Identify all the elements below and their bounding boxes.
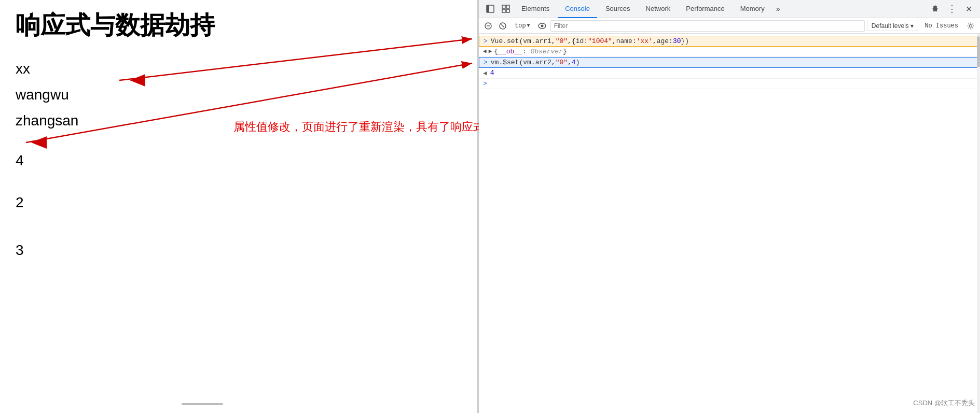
list-item-1: xx bbox=[16, 56, 462, 82]
svg-point-17 bbox=[541, 24, 543, 27]
bottom-resize-bar bbox=[182, 403, 223, 405]
console-code-1: Vue.set(vm.arr1,"0",{id:"1004",name:'xx'… bbox=[491, 37, 689, 45]
tab-more-icon[interactable]: » bbox=[773, 3, 783, 15]
tab-console[interactable]: Console bbox=[558, 0, 597, 18]
console-content[interactable]: > Vue.set(vm.arr1,"0",{id:"1004",name:'x… bbox=[479, 34, 980, 413]
console-code-4: 4 bbox=[490, 69, 494, 77]
console-line-2: ◀ ▶ {__ob__: Observer} bbox=[479, 47, 980, 57]
list-item-2: wangwu bbox=[16, 82, 462, 108]
context-selector[interactable]: top ▼ bbox=[511, 21, 534, 31]
svg-rect-11 bbox=[506, 9, 509, 12]
block-btn[interactable] bbox=[496, 20, 509, 32]
context-dropdown-icon: ▼ bbox=[527, 23, 530, 29]
tab-memory[interactable]: Memory bbox=[733, 0, 772, 18]
svg-line-15 bbox=[501, 24, 504, 27]
input-prompt-2: > bbox=[484, 59, 488, 66]
devtools-dock-icon[interactable] bbox=[483, 2, 498, 16]
tab-elements[interactable]: Elements bbox=[514, 0, 557, 18]
context-label: top bbox=[515, 22, 526, 30]
num-item-2: 2 bbox=[16, 187, 462, 219]
num-item-3: 3 bbox=[16, 234, 462, 266]
num-items: 4 2 3 bbox=[0, 139, 477, 272]
no-issues-label: No Issues bbox=[920, 21, 962, 31]
console-line-4: ◀ 4 bbox=[479, 68, 980, 79]
devtools-panel: Elements Console Sources Network Perform… bbox=[479, 0, 980, 413]
console-toolbar: top ▼ Default levels ▾ No Issues bbox=[479, 18, 980, 34]
filter-input[interactable] bbox=[550, 20, 865, 32]
clear-console-btn[interactable] bbox=[482, 20, 494, 32]
eye-icon-btn[interactable] bbox=[536, 20, 548, 32]
default-levels-btn[interactable]: Default levels ▾ bbox=[867, 21, 918, 31]
console-code-2: {__ob__: Observer} bbox=[494, 48, 567, 55]
devtools-close-icon[interactable]: ✕ bbox=[961, 2, 976, 16]
svg-rect-9 bbox=[506, 5, 509, 8]
console-settings-btn[interactable] bbox=[964, 20, 977, 32]
devtools-menu-icon[interactable]: ⋮ bbox=[945, 2, 959, 16]
page-area: 响应式与数据劫持 xx wangwu zhangsan 4 2 3 属性值修改，… bbox=[0, 0, 477, 413]
console-line-1: > Vue.set(vm.arr1,"0",{id:"1004",name:'x… bbox=[479, 36, 980, 47]
tab-sources[interactable]: Sources bbox=[598, 0, 638, 18]
annotation-text: 属性值修改，页面进行了重新渲染，具有了响应式 bbox=[233, 119, 485, 135]
svg-rect-10 bbox=[502, 9, 505, 12]
devtools-right-icons: ⋮ ✕ bbox=[928, 2, 976, 16]
console-line-3: > vm.$set(vm.arr2,"0",4) bbox=[479, 57, 980, 68]
svg-rect-7 bbox=[487, 5, 489, 12]
input-prompt-1: > bbox=[484, 37, 488, 45]
devtools-settings-icon[interactable] bbox=[928, 2, 943, 16]
tab-network[interactable]: Network bbox=[639, 0, 678, 18]
console-code-3: vm.$set(vm.arr2,"0",4) bbox=[491, 59, 580, 66]
input-prompt-3: > bbox=[483, 80, 487, 88]
devtools-topbar: Elements Console Sources Network Perform… bbox=[479, 0, 980, 18]
devtools-inspect-icon[interactable] bbox=[499, 2, 513, 16]
tab-performance[interactable]: Performance bbox=[679, 0, 731, 18]
svg-rect-8 bbox=[502, 5, 505, 8]
num-item-1: 4 bbox=[16, 145, 462, 177]
watermark: CSDN @软工不秃头 bbox=[913, 398, 975, 408]
console-line-5: > bbox=[479, 79, 980, 89]
expand-arrow-1[interactable]: ◀ bbox=[483, 48, 487, 54]
output-prompt-1: ◀ bbox=[483, 69, 487, 77]
expand-arrow-2[interactable]: ▶ bbox=[489, 48, 492, 54]
svg-point-18 bbox=[970, 24, 972, 27]
page-title: 响应式与数据劫持 bbox=[0, 0, 477, 51]
